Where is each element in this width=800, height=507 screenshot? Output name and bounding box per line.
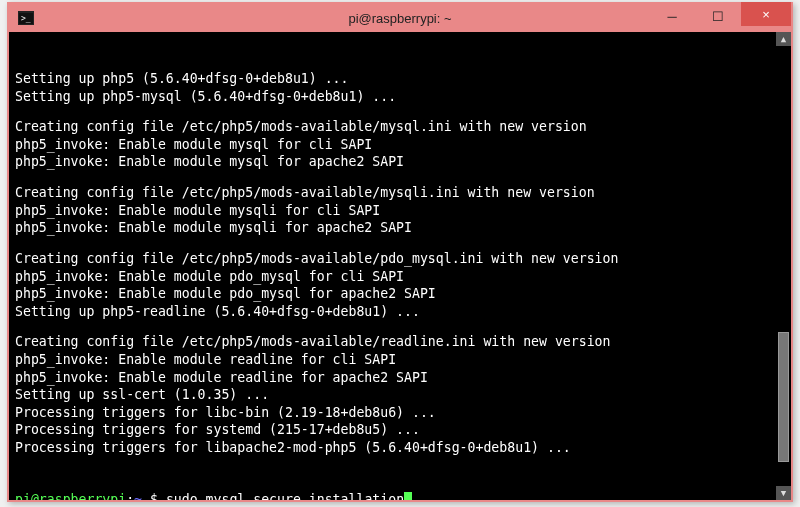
- maximize-button[interactable]: ☐: [695, 4, 741, 28]
- window-controls: ─ ☐ ×: [649, 4, 787, 32]
- prompt-sigil: $: [142, 492, 166, 500]
- terminal-line: php5_invoke: Enable module readline for …: [15, 351, 785, 369]
- terminal-line: Setting up ssl-cert (1.0.35) ...: [15, 386, 785, 404]
- terminal-line: [15, 320, 785, 333]
- terminal-line: Processing triggers for systemd (215-17+…: [15, 421, 785, 439]
- prompt-user-host: pi@raspberrypi: [15, 492, 126, 500]
- terminal-output[interactable]: Setting up php5 (5.6.40+dfsg-0+deb8u1) .…: [9, 32, 791, 500]
- terminal-line: php5_invoke: Enable module pdo_mysql for…: [15, 268, 785, 286]
- terminal-line: Setting up php5 (5.6.40+dfsg-0+deb8u1) .…: [15, 70, 785, 88]
- terminal-line: Creating config file /etc/php5/mods-avai…: [15, 118, 785, 136]
- svg-text:>_: >_: [21, 14, 31, 23]
- scroll-up-button[interactable]: ▲: [776, 32, 791, 46]
- terminal-line: php5_invoke: Enable module mysqli for ap…: [15, 219, 785, 237]
- terminal-line: php5_invoke: Enable module pdo_mysql for…: [15, 285, 785, 303]
- terminal-line: Setting up php5-mysql (5.6.40+dfsg-0+deb…: [15, 88, 785, 106]
- terminal-line: Creating config file /etc/php5/mods-avai…: [15, 184, 785, 202]
- titlebar[interactable]: >_ pi@raspberrypi: ~ ─ ☐ ×: [9, 4, 791, 32]
- terminal-lines: Setting up php5 (5.6.40+dfsg-0+deb8u1) .…: [15, 70, 785, 456]
- scroll-thumb[interactable]: [778, 332, 789, 462]
- terminal-line: [15, 237, 785, 250]
- scrollbar[interactable]: ▲ ▼: [776, 32, 791, 500]
- terminal-line: php5_invoke: Enable module mysql for cli…: [15, 136, 785, 154]
- terminal-line: php5_invoke: Enable module mysql for apa…: [15, 153, 785, 171]
- prompt-colon: :: [126, 492, 134, 500]
- terminal-window: >_ pi@raspberrypi: ~ ─ ☐ × Setting up ph…: [7, 2, 793, 502]
- terminal-line: Creating config file /etc/php5/mods-avai…: [15, 333, 785, 351]
- scroll-down-button[interactable]: ▼: [776, 486, 791, 500]
- terminal-line: [15, 171, 785, 184]
- cursor-block: [404, 492, 412, 500]
- terminal-line: Processing triggers for libc-bin (2.19-1…: [15, 404, 785, 422]
- terminal-icon: >_: [17, 9, 35, 27]
- terminal-line: php5_invoke: Enable module readline for …: [15, 369, 785, 387]
- terminal-line: php5_invoke: Enable module mysqli for cl…: [15, 202, 785, 220]
- prompt-command[interactable]: sudo mysql_secure_installation: [166, 492, 404, 500]
- close-button[interactable]: ×: [741, 2, 791, 26]
- terminal-line: [15, 105, 785, 118]
- terminal-line: Processing triggers for libapache2-mod-p…: [15, 439, 785, 457]
- terminal-line: Creating config file /etc/php5/mods-avai…: [15, 250, 785, 268]
- prompt-line[interactable]: pi@raspberrypi:~ $ sudo mysql_secure_ins…: [15, 491, 785, 500]
- minimize-button[interactable]: ─: [649, 4, 695, 28]
- terminal-line: Setting up php5-readline (5.6.40+dfsg-0+…: [15, 303, 785, 321]
- prompt-path: ~: [134, 492, 142, 500]
